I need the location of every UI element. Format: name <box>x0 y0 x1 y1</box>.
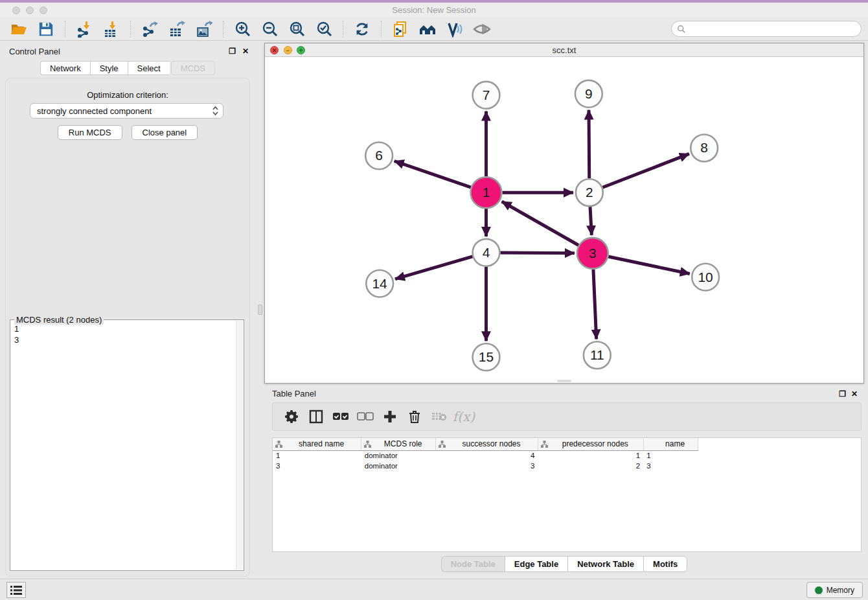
column-header-mcds-role[interactable]: MCDS role <box>361 438 436 450</box>
graph-edge-2-9[interactable] <box>589 110 589 179</box>
export-table-button[interactable] <box>167 19 187 39</box>
table-settings-button[interactable] <box>280 407 303 426</box>
chevron-up-down-icon <box>212 106 219 116</box>
hierarchy-icon <box>275 441 282 448</box>
create-column-button[interactable] <box>379 407 401 426</box>
graph-edge-1-6[interactable] <box>394 161 471 187</box>
table-header-row: shared name MCDS role successor nodes pr… <box>273 438 861 450</box>
network-resize-grip[interactable] <box>557 380 571 382</box>
optimization-criterion-label: Optimization criterion: <box>6 90 249 100</box>
tab-node-table[interactable]: Node Table <box>441 556 505 572</box>
zoom-out-button[interactable] <box>260 19 279 39</box>
delete-table-button[interactable] <box>428 407 450 426</box>
gear-icon <box>285 410 298 423</box>
show-column-button[interactable] <box>305 407 327 426</box>
control-panel-tabs: Network Style Select MCDS <box>0 61 255 75</box>
delete-column-button[interactable] <box>404 407 426 426</box>
import-network-button[interactable] <box>74 19 94 39</box>
table-row[interactable]: 1dominator411 <box>273 450 861 461</box>
toolbar-separator <box>381 21 382 38</box>
status-bar: Memory <box>0 579 868 600</box>
export-image-button[interactable] <box>194 19 214 39</box>
graph-node-label-4: 4 <box>483 245 490 260</box>
search-input[interactable] <box>686 24 861 34</box>
mcds-result-legend: MCDS result (2 nodes) <box>14 315 104 325</box>
table-tabs: Node Table Edge Table Network Table Moti… <box>264 556 864 572</box>
network-window-titlebar[interactable]: ✕ − + scc.txt <box>265 43 863 57</box>
panel-splitter-handle[interactable] <box>258 305 262 315</box>
column-header-predecessor-nodes[interactable]: predecessor nodes <box>538 438 643 450</box>
network-canvas[interactable]: 7968124314101511 <box>265 58 863 383</box>
clone-network-button[interactable] <box>391 19 410 39</box>
control-panel: Control Panel ❐ ✕ Network Style Select M… <box>0 43 255 579</box>
network-graph: 7968124314101511 <box>265 58 863 383</box>
graph-node-label-8: 8 <box>700 140 708 155</box>
hierarchy-icon <box>439 441 446 448</box>
deselect-all-columns-button[interactable] <box>354 407 376 426</box>
eye-icon <box>473 21 491 38</box>
column-header-successor-nodes[interactable]: successor nodes <box>436 438 538 450</box>
graph-node-label-7: 7 <box>483 87 490 102</box>
tab-select[interactable]: Select <box>128 61 170 75</box>
function-builder-button[interactable]: f(x) <box>453 407 475 426</box>
show-hide-panels-button[interactable] <box>472 19 492 39</box>
graph-edge-2-3[interactable] <box>590 207 591 235</box>
plus-icon <box>383 410 396 423</box>
import-table-icon <box>103 21 120 38</box>
trash-icon <box>408 410 421 424</box>
mcds-panel: Optimization criterion: strongly connect… <box>5 78 250 577</box>
application-window: Session: New Session <box>0 0 868 600</box>
search-icon <box>677 25 686 34</box>
first-neighbors-button[interactable] <box>418 19 437 39</box>
fx-icon: f(x) <box>453 409 475 424</box>
zoom-in-button[interactable] <box>233 19 252 39</box>
cyndex-button[interactable] <box>445 19 464 39</box>
network-view-window: ✕ − + scc.txt 7968124314101511 <box>264 43 864 384</box>
open-session-button[interactable] <box>9 19 29 39</box>
result-scrollbar[interactable] <box>236 321 243 570</box>
table-panel: Table Panel ❐ ✕ <box>264 386 864 576</box>
graph-edge-4-3[interactable] <box>500 253 575 253</box>
tab-style[interactable]: Style <box>90 61 128 75</box>
column-header-name[interactable]: name <box>643 438 698 450</box>
export-network-button[interactable] <box>140 19 159 39</box>
tab-mcds[interactable]: MCDS <box>171 61 215 75</box>
task-history-button[interactable] <box>6 582 26 598</box>
graph-edge-4-14[interactable] <box>395 257 472 279</box>
memory-button[interactable]: Memory <box>806 582 863 598</box>
table-panel-float-button[interactable]: ❐ <box>839 389 846 398</box>
table-row[interactable]: 3dominator323 <box>273 461 861 471</box>
close-panel-button[interactable]: Close panel <box>131 125 198 140</box>
zoom-selected-button[interactable] <box>314 19 334 39</box>
tab-network[interactable]: Network <box>40 61 90 75</box>
graph-node-label-6: 6 <box>375 148 383 163</box>
tab-motifs[interactable]: Motifs <box>643 556 687 572</box>
zoom-fit-button[interactable] <box>287 19 306 39</box>
control-panel-float-button[interactable]: ❐ <box>229 47 236 56</box>
criterion-value: strongly connected component <box>37 106 152 116</box>
tab-network-table[interactable]: Network Table <box>567 556 643 572</box>
refresh-styles-button[interactable] <box>352 19 372 39</box>
control-panel-close-button[interactable]: ✕ <box>242 47 249 56</box>
graph-node-label-3: 3 <box>589 246 597 260</box>
graph-node-label-1: 1 <box>483 185 490 200</box>
column-header-shared-name[interactable]: shared name <box>273 438 361 450</box>
graph-edge-3-1[interactable] <box>502 202 578 245</box>
tab-edge-table[interactable]: Edge Table <box>505 556 567 572</box>
graph-edge-2-8[interactable] <box>602 154 689 187</box>
graph-node-label-15: 15 <box>479 349 494 364</box>
graph-edge-3-11[interactable] <box>593 270 597 340</box>
graph-edge-3-10[interactable] <box>608 257 690 274</box>
select-all-columns-button[interactable] <box>330 407 352 426</box>
network-window-title: scc.txt <box>265 45 863 55</box>
table-panel-close-button[interactable]: ✕ <box>851 389 858 398</box>
import-table-button[interactable] <box>102 19 121 39</box>
run-mcds-button[interactable]: Run MCDS <box>58 125 122 140</box>
houses-icon <box>418 21 437 38</box>
save-session-button[interactable] <box>36 19 56 39</box>
table-toolbar: f(x) <box>272 402 862 431</box>
search-field[interactable] <box>671 21 862 37</box>
criterion-select[interactable]: strongly connected component <box>30 103 223 119</box>
toolbar-separator <box>130 21 131 38</box>
graph-node-label-11: 11 <box>590 347 604 362</box>
